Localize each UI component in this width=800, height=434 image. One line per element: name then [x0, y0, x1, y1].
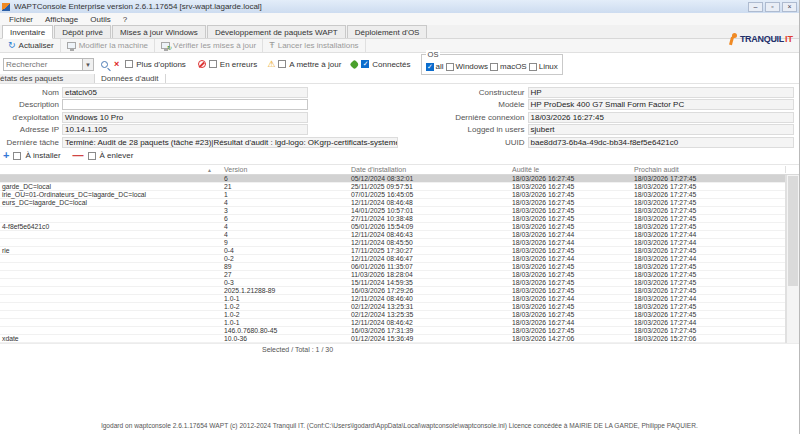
cell-installed: 27/11/2024 10:38:48: [345, 215, 506, 223]
tab-inventaire[interactable]: Inventaire: [2, 25, 53, 39]
cell-audited: 18/03/2026 16:27:44: [506, 239, 628, 247]
os-macos-checkbox[interactable]: [490, 63, 498, 71]
cell-audited: 18/03/2026 16:27:45: [506, 263, 628, 271]
connected-checkbox-box[interactable]: [361, 60, 369, 68]
cell-audited: 18/03/2026 16:27:45: [506, 279, 628, 287]
minimize-button[interactable]: –: [748, 2, 763, 12]
column-header-date-installation[interactable]: Date d'installation: [345, 166, 506, 173]
check-updates-button[interactable]: ↻ Vérifier les mises à jour: [155, 39, 263, 52]
cell-next_audit: 18/03/2026 17:27:45: [628, 199, 786, 207]
needs-update-filter[interactable]: ⚠ A mettre à jour: [267, 60, 341, 69]
errors-checkbox-box[interactable]: [209, 60, 217, 68]
cell-next_audit: 18/03/2026 17:27:45: [628, 279, 786, 287]
close-button[interactable]: ×: [782, 2, 797, 12]
cell-next_audit: 18/03/2026 17:27:45: [628, 183, 786, 191]
cell-installed: 12/11/2024 08:46:48: [345, 199, 506, 207]
cell-version: 2025.1.21288-89: [218, 287, 345, 295]
menu-bar: Fichier Affichage Outils ?: [0, 13, 799, 25]
errors-filter[interactable]: En erreurs: [198, 60, 257, 69]
remove-checkbox[interactable]: [88, 152, 96, 160]
install-checkbox[interactable]: [13, 152, 21, 160]
cell-audited: 18/03/2026 16:27:44: [506, 319, 628, 327]
more-options-checkbox[interactable]: Plus d'options: [125, 60, 186, 69]
edit-machine-button[interactable]: Modifier la machine: [61, 39, 155, 52]
install-label: À installer: [25, 151, 60, 160]
tab-donnees-audit[interactable]: Données d'audit: [95, 74, 166, 83]
error-icon: [198, 60, 206, 68]
cell-installed: 12/11/2024 08:46:42: [345, 319, 506, 327]
cell-next_audit: 18/03/2026 17:27:45: [628, 311, 786, 319]
cell-installed: 11/03/2026 18:28:04: [345, 271, 506, 279]
cell-name: eurs_DC=lagarde_DC=local: [0, 199, 218, 207]
cell-version: 4: [218, 199, 345, 207]
more-options-checkbox-box[interactable]: [125, 60, 133, 68]
cell-next_audit: 18/03/2026 17:27:45: [628, 327, 786, 335]
detail-tab-bar: états des paquets Données d'audit: [0, 75, 799, 84]
os-field: Windows 10 Pro: [62, 112, 308, 123]
table-row[interactable]: xdate10.0-3601/12/2024 15:36:4918/03/202…: [0, 335, 799, 343]
window-title: WAPTConsole Enterprise version 2.6.1.176…: [14, 2, 262, 11]
cell-audited: 18/03/2026 16:27:44: [506, 295, 628, 303]
scrollbar-thumb[interactable]: [788, 176, 798, 286]
tab-mises-a-jour-windows[interactable]: Mises à jour Windows: [112, 25, 206, 38]
table-header: ▲ Version Date d'installation Audité le …: [0, 164, 799, 175]
cell-next_audit: 18/03/2026 17:27:45: [628, 271, 786, 279]
logged-in-users-field: sjubert: [528, 124, 794, 135]
app-icon: [2, 3, 10, 11]
cell-next_audit: 18/03/2026 17:27:44: [628, 319, 786, 327]
nom-label: Nom: [0, 88, 62, 97]
tranquil-it-logo: TRANQUILIT: [729, 33, 793, 45]
modele-label: Modèle: [400, 100, 528, 109]
maximize-button[interactable]: ▫: [765, 2, 780, 12]
cell-version: 89: [218, 263, 345, 271]
refresh-button[interactable]: ↻ Actualiser: [2, 39, 61, 52]
cell-installed: 12/11/2024 08:46:43: [345, 231, 506, 239]
warning-icon: ⚠: [267, 60, 275, 69]
connected-icon: [350, 59, 360, 69]
cell-audited: 18/03/2026 16:27:45: [506, 199, 628, 207]
search-icon[interactable]: [101, 61, 108, 68]
cell-version: 27: [218, 271, 345, 279]
tab-etats-des-paquets[interactable]: états des paquets: [0, 74, 95, 83]
connected-filter[interactable]: Connectés: [351, 60, 410, 69]
cell-name: garde_DC=local: [0, 183, 218, 191]
clear-search-icon[interactable]: ×: [114, 59, 119, 69]
refresh-icon: ↻: [8, 41, 16, 50]
column-header-version[interactable]: Version: [218, 166, 345, 173]
cell-installed: 12/11/2024 08:46:40: [345, 295, 506, 303]
cell-audited: 18/03/2026 16:27:45: [506, 191, 628, 199]
cell-installed: 12/11/2024 08:46:47: [345, 255, 506, 263]
selection-status: Selected / Total : 1 / 30: [0, 343, 799, 355]
vertical-scrollbar[interactable]: [786, 175, 799, 343]
cell-version: 6: [218, 175, 345, 183]
cell-audited: 18/03/2026 16:27:45: [506, 223, 628, 231]
os-all-checkbox[interactable]: [426, 63, 434, 71]
os-windows-checkbox[interactable]: [446, 63, 454, 71]
menu-fichier[interactable]: Fichier: [4, 15, 38, 24]
filter-row: ▼ × Plus d'options En erreurs ⚠ A mettre…: [0, 53, 799, 75]
launch-installs-button[interactable]: Ŧ Lancer les installations: [263, 39, 365, 52]
menu-affichage[interactable]: Affichage: [40, 15, 83, 24]
cell-audited: 18/03/2026 16:27:45: [506, 287, 628, 295]
column-header-audite-le[interactable]: Audité le: [506, 166, 628, 173]
needs-update-checkbox-box[interactable]: [278, 60, 286, 68]
os-filter-group: OS all Windows macOS Linux: [421, 54, 563, 75]
menu-outils[interactable]: Outils: [85, 15, 115, 24]
cell-next_audit: 18/03/2026 17:27:45: [628, 175, 786, 183]
cell-next_audit: 18/03/2026 17:27:44: [628, 295, 786, 303]
tab-developpement-paquets[interactable]: Développement de paquets WAPT: [207, 25, 346, 38]
cell-name: irie_OU=01-Ordinateurs_DC=lagarde_DC=loc…: [0, 191, 218, 199]
tab-depot-prive[interactable]: Dépôt privé: [54, 25, 111, 38]
cell-installed: 02/12/2024 13:25:31: [345, 303, 506, 311]
description-field[interactable]: [62, 99, 308, 110]
cell-next_audit: 18/03/2026 17:27:45: [628, 223, 786, 231]
search-input[interactable]: [3, 58, 83, 71]
column-header-prochain-audit[interactable]: Prochain audit: [628, 166, 786, 173]
cell-version: 3: [218, 207, 345, 215]
os-linux-checkbox[interactable]: [529, 63, 537, 71]
tab-deploiement-os[interactable]: Déploiement d'OS: [347, 25, 428, 38]
column-header-name[interactable]: ▲: [0, 167, 218, 173]
status-bar: lgodard on waptconsole 2.6.1.17654 WAPT …: [0, 420, 799, 434]
search-dropdown-arrow-icon[interactable]: ▼: [83, 58, 94, 71]
menu-help[interactable]: ?: [118, 15, 132, 24]
